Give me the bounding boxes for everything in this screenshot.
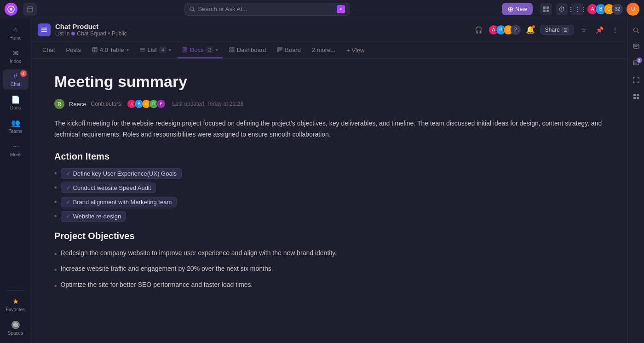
share-button[interactable]: Share 2: [540, 25, 574, 35]
home-icon: ⌂: [13, 26, 18, 34]
user-avatar[interactable]: U: [627, 3, 639, 16]
reactions-count: 2: [637, 57, 642, 63]
new-button[interactable]: ⊕ New: [502, 3, 533, 15]
svg-line-34: [637, 32, 639, 34]
tabs-bar: Chat Posts 4.0 Table ▾: [31, 41, 627, 59]
check-icon: ✓: [66, 199, 71, 206]
sidebar-item-home[interactable]: ⌂ Home: [3, 23, 29, 43]
header-title-block: Chat Product List in Chat Squad • Public: [55, 23, 127, 37]
grid-icon[interactable]: [540, 3, 552, 15]
doc-body: The kickoff meeting for the website rede…: [54, 118, 604, 140]
ai-badge: ✦: [337, 5, 345, 13]
tab-docs[interactable]: Docs 2 ▾: [178, 42, 223, 58]
tab-list[interactable]: List 4 ▾: [135, 42, 176, 58]
right-tools: 2: [627, 18, 644, 343]
sidebar-item-more[interactable]: ⋯ More: [3, 139, 29, 160]
section-project-objectives: Project Objectives: [54, 231, 604, 241]
tab-more[interactable]: 2 more...: [307, 42, 340, 58]
right-reactions-icon[interactable]: 2: [630, 57, 643, 70]
list-item: Optimize the site for better SEO perform…: [54, 280, 604, 292]
h-avatar-count: 2: [511, 25, 521, 35]
list-icon: [140, 47, 145, 52]
svg-rect-8: [543, 6, 546, 9]
svg-rect-29: [232, 50, 234, 52]
breadcrumb: List in Chat Squad • Public: [55, 30, 127, 37]
topbar-right: ⏱ ⋮⋮⋮ A B C 32 U: [540, 3, 639, 16]
project-objectives-list: Redesign the company website to improve …: [54, 248, 604, 292]
search-placeholder: Search or Ask AI...: [198, 6, 247, 12]
task-pill-3[interactable]: ✓ Brand alignment with Marketing team: [61, 197, 177, 207]
section-action-items: Action Items: [54, 151, 604, 162]
sidebar-item-favorites[interactable]: ★ Favorites: [3, 294, 29, 315]
last-updated: Last updated: Today at 21:28: [172, 101, 243, 107]
svg-point-1: [10, 8, 12, 11]
svg-rect-9: [546, 6, 549, 9]
svg-rect-31: [279, 47, 281, 51]
header-title: Chat Product: [55, 23, 127, 30]
svg-rect-2: [27, 7, 33, 12]
tab-board[interactable]: Board: [272, 42, 305, 58]
task-pill-2[interactable]: ✓ Conduct website Speed Audit: [61, 183, 156, 193]
app-logo[interactable]: [5, 3, 17, 16]
sidebar: ⌂ Home ✉ Inbox 4 # Chat 📄 Docs 👥 Teams ⋯…: [0, 18, 31, 343]
star-button[interactable]: ☆: [578, 24, 590, 36]
docs-count: 2: [206, 46, 213, 53]
main-layout: ⌂ Home ✉ Inbox 4 # Chat 📄 Docs 👥 Teams ⋯…: [0, 18, 644, 343]
tab-chat[interactable]: Chat: [38, 42, 59, 58]
svg-rect-26: [230, 47, 231, 49]
svg-point-6: [190, 7, 194, 11]
sidebar-item-docs[interactable]: 📄 Docs: [3, 92, 29, 113]
add-view-button[interactable]: + View: [344, 45, 367, 55]
right-search-icon[interactable]: [630, 24, 643, 37]
svg-rect-32: [281, 47, 282, 50]
sidebar-item-teams[interactable]: 👥 Teams: [3, 116, 29, 137]
tab-dashboard[interactable]: Dashboard: [224, 42, 271, 58]
task-pill-1[interactable]: ✓ Define key User Experience(UX) Goals: [61, 168, 182, 179]
right-comment-icon[interactable]: [630, 40, 643, 53]
tab-table[interactable]: 4.0 Table ▾: [87, 42, 133, 58]
tab-docs-dropdown: ▾: [216, 47, 218, 52]
svg-rect-43: [633, 97, 636, 99]
search-bar[interactable]: Search or Ask AI... ✦: [184, 3, 350, 16]
notification-button[interactable]: 🔔: [524, 24, 536, 36]
board-icon: [277, 47, 282, 52]
headset-icon[interactable]: 🎧: [473, 24, 485, 36]
list-item: ✓ Website re-design: [54, 211, 604, 222]
right-apps-icon[interactable]: [630, 90, 643, 103]
sidebar-item-spaces[interactable]: 🔘 Spaces: [3, 318, 29, 338]
docs-tab-icon: [182, 47, 188, 52]
svg-rect-44: [637, 97, 639, 99]
action-items-list: ✓ Define key User Experience(UX) Goals ✓…: [54, 168, 604, 222]
svg-rect-28: [230, 50, 231, 52]
svg-rect-10: [543, 10, 546, 12]
list-item: Increase website traffic and engagement …: [54, 263, 604, 276]
author-name: Reece: [69, 101, 86, 108]
task-pill-4[interactable]: ✓ Website re-design: [61, 211, 126, 222]
sidebar-item-chat[interactable]: 4 # Chat: [3, 69, 29, 90]
kebab-menu-icon[interactable]: ⋮: [609, 24, 621, 36]
content-header: Chat Product List in Chat Squad • Public…: [31, 18, 627, 41]
tab-list-dropdown: ▾: [169, 47, 171, 52]
list-item: Redesign the company website to improve …: [54, 248, 604, 260]
header-right: 🎧 A B C 2 🔔 Share 2 ☆ 📌 ⋮: [473, 24, 621, 36]
right-expand-icon[interactable]: [630, 74, 643, 86]
teams-icon: 👥: [11, 119, 20, 127]
tab-posts[interactable]: Posts: [61, 42, 86, 58]
share-count: 2: [562, 27, 569, 33]
svg-rect-27: [232, 47, 234, 49]
apps-icon[interactable]: ⋮⋮⋮: [571, 3, 583, 15]
sidebar-item-inbox[interactable]: ✉ Inbox: [3, 46, 29, 67]
inbox-icon: ✉: [12, 49, 18, 57]
calendar-icon[interactable]: [23, 3, 37, 16]
pin-icon[interactable]: 📌: [593, 24, 605, 36]
timer-icon[interactable]: ⏱: [556, 3, 568, 15]
chat-icon: #: [13, 72, 17, 80]
doc-area: Meeting summary R Reece Contributors: A …: [31, 59, 627, 343]
more-icon: ⋯: [12, 142, 19, 151]
check-icon: ✓: [66, 184, 71, 191]
check-icon: ✓: [66, 170, 71, 177]
spaces-icon: 🔘: [11, 320, 20, 329]
svg-rect-30: [277, 47, 279, 52]
list-count: 4: [159, 46, 167, 53]
sidebar-divider: [6, 290, 25, 291]
